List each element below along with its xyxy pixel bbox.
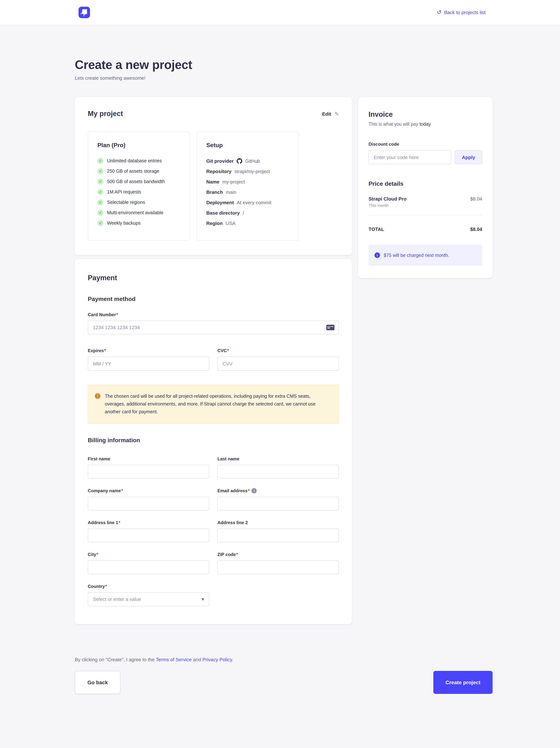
plan-feature: ✓Weekly backups [97,220,180,226]
main-content: Create a new project Lets create somethi… [75,58,493,694]
setup-row-value: strapi/my-project [235,169,270,174]
plan-feature-label: Unlimited database entries [107,158,162,163]
invoice-subtitle-emphasis: today [419,122,431,127]
invoice-subtitle: This is what you will pay today [368,122,482,127]
required-marker: * [236,552,238,557]
plan-feature-list: ✓Unlimited database entries ✓250 GB of a… [97,158,180,226]
address1-field-group: Address line 1* [88,520,209,542]
invoice-card: Invoice This is what you will pay today … [358,97,493,278]
zip-code-label: ZIP code* [217,552,339,557]
plan-feature: ✓500 GB of assets bandwidth [97,179,180,185]
plan-feature: ✓250 GB of assets storage [97,168,180,174]
plan-feature-label: Weekly backups [107,220,141,226]
go-back-button[interactable]: Go back [75,671,121,694]
create-project-button[interactable]: Create project [433,671,493,694]
my-project-card: My project Edit ✎ Plan (Pro) ✓Unlimited … [75,97,352,255]
note-text: $75 will be charged next month. [384,253,449,258]
cvc-label-text: CVC [217,348,227,353]
email-address-input[interactable] [217,496,339,510]
address2-field-group: Address line 2 [217,520,339,542]
country-select-placeholder: Select or enter a value [93,597,141,602]
required-marker: * [116,312,118,317]
info-icon: i [374,252,380,258]
last-name-label-text: Last name [217,456,239,461]
card-usage-warning: ! The chosen card will be used for all p… [88,385,339,423]
payment-method-heading: Payment method [88,296,339,302]
zip-code-label-text: ZIP code [217,552,236,557]
address-line2-input[interactable] [217,529,339,542]
required-marker: * [105,584,107,589]
next-month-charge-note: i $75 will be charged next month. [368,244,482,266]
card-number-input[interactable] [88,321,339,334]
required-marker: * [104,348,106,353]
first-name-label-text: First name [88,456,110,461]
address-line1-input[interactable] [88,529,209,542]
email-address-label: Email address* i [217,488,339,493]
logo-square [82,9,87,14]
setup-row-label: Branch [206,189,223,195]
plan-heading: Plan (Pro) [97,142,180,149]
terms-prefix: By clicking on "Create", I agree to the [75,657,156,662]
country-field-group: Country* Select or enter a value ▼ [88,584,209,606]
zip-field-group: ZIP code* [217,552,339,574]
terms-agreement-text: By clicking on "Create", I agree to the … [75,657,493,662]
line-item-amount: $8.04 [470,196,482,202]
country-label: Country* [88,584,209,589]
footer-actions: Go back Create project [75,671,493,694]
plan-feature-label: Selectable regions [107,200,145,205]
edit-project-button[interactable]: Edit ✎ [322,111,339,117]
address-line2-label-text: Address line 2 [217,520,248,525]
expires-label: Expires* [88,348,209,353]
strapi-cloud-logo[interactable] [78,7,90,18]
required-marker: * [227,348,229,353]
setup-row-deployment: Deployment At every commit [206,200,289,206]
line-item-period: This month [368,203,482,208]
billing-information-heading: Billing information [88,437,339,444]
city-label: City* [88,552,209,557]
setup-row-label: Deployment [206,200,234,205]
zip-code-input[interactable] [217,560,339,574]
my-project-heading: My project [88,110,123,118]
cvc-input[interactable] [217,356,339,371]
privacy-policy-link[interactable]: Privacy Policy [202,657,232,662]
plan-feature: ✓Unlimited database entries [97,158,180,164]
email-field-group: Email address* i [217,488,339,510]
setup-row-value: main [226,189,236,195]
payment-card: Payment Payment method Card Number* Expi… [75,259,352,624]
plan-feature-label: 250 GB of assets storage [107,169,159,174]
company-name-input[interactable] [88,496,209,510]
email-address-label-text: Email address [217,488,248,493]
setup-row-repository: Repository strapi/my-project [206,168,289,174]
company-name-field-group: Company name* [88,488,209,510]
last-name-label: Last name [217,456,339,461]
required-marker: * [119,520,120,525]
setup-row-value: GitHub [245,158,260,164]
setup-row-value: At every commit [237,200,271,205]
card-number-label: Card Number* [88,312,339,317]
email-info-icon[interactable]: i [251,488,257,493]
company-name-label-text: Company name [88,488,121,493]
apply-discount-button[interactable]: Apply [455,150,482,164]
plan-feature: ✓Selectable regions [97,200,180,205]
last-name-field-group: Last name [217,456,339,478]
check-icon: ✓ [97,158,103,164]
city-input[interactable] [88,560,209,574]
company-name-label: Company name* [88,488,209,493]
discount-code-input[interactable] [368,150,451,164]
total-label: TOTAL [368,227,384,232]
terms-of-service-link[interactable]: Terms of Service [156,657,192,662]
plan-feature-label: 500 GB of assets bandwidth [107,179,165,184]
setup-row-base-directory: Base directory / [206,210,289,216]
check-icon: ✓ [97,179,103,185]
setup-row-git-provider: Git provider GitHub [206,158,289,164]
last-name-input[interactable] [217,465,339,478]
required-marker: * [96,552,98,557]
back-to-projects-link[interactable]: ↺ Back to projects list [437,9,486,15]
country-select[interactable]: Select or enter a value ▼ [88,592,209,606]
first-name-input[interactable] [88,465,209,478]
plan-feature-label: Multi-environment available [107,210,163,215]
expires-input[interactable] [88,356,209,371]
setup-rows: Git provider GitHub Repository strapi/my… [206,158,289,227]
city-label-text: City [88,552,96,557]
terms-and: and [192,657,202,662]
